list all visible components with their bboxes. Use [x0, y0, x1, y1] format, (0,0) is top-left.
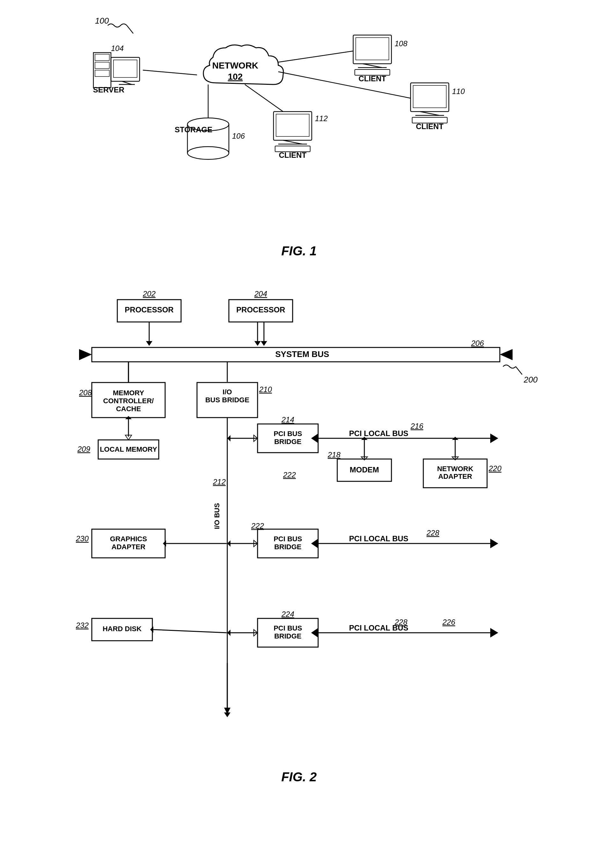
svg-marker-144 [150, 626, 153, 633]
svg-marker-92 [311, 433, 318, 443]
svg-marker-117 [490, 539, 498, 548]
svg-text:232: 232 [76, 621, 89, 630]
svg-marker-60 [79, 349, 92, 360]
svg-text:112: 112 [315, 114, 328, 123]
svg-text:202: 202 [142, 290, 155, 298]
svg-text:224: 224 [281, 610, 294, 619]
svg-marker-54 [146, 341, 152, 346]
fig1-title: FIG. 1 [76, 244, 522, 258]
svg-text:222: 222 [283, 471, 296, 479]
svg-text:PCI LOCAL BUS: PCI LOCAL BUS [349, 429, 408, 438]
svg-text:I/O BUS: I/O BUS [213, 503, 221, 529]
svg-rect-4 [95, 54, 109, 61]
svg-text:MODEM: MODEM [350, 465, 379, 474]
fig1-diagram: 100 NETWORK 102 104 [76, 13, 522, 261]
svg-marker-61 [500, 349, 513, 360]
svg-text:228: 228 [394, 618, 408, 626]
svg-text:BRIDGE: BRIDGE [274, 543, 302, 551]
svg-text:MEMORY: MEMORY [113, 389, 144, 397]
svg-line-43 [278, 72, 411, 98]
svg-rect-27 [413, 85, 446, 108]
svg-line-45 [516, 367, 522, 375]
svg-text:200: 200 [523, 375, 538, 384]
svg-rect-6 [95, 70, 109, 76]
svg-text:204: 204 [254, 290, 267, 298]
svg-line-44 [245, 84, 283, 112]
svg-text:218: 218 [327, 450, 341, 459]
svg-text:NETWORK: NETWORK [437, 465, 473, 473]
svg-line-40 [143, 70, 197, 75]
svg-rect-33 [274, 112, 312, 140]
svg-text:PCI LOCAL BUS: PCI LOCAL BUS [349, 534, 408, 543]
svg-text:102: 102 [228, 72, 243, 82]
svg-text:220: 220 [488, 464, 502, 473]
svg-rect-23 [355, 69, 390, 75]
svg-rect-5 [95, 62, 109, 69]
svg-text:GRAPHICS: GRAPHICS [110, 535, 147, 543]
svg-text:PROCESSOR: PROCESSOR [236, 305, 285, 314]
svg-line-21 [363, 64, 382, 67]
svg-text:226: 226 [442, 618, 456, 626]
svg-text:CACHE: CACHE [116, 405, 141, 413]
svg-line-9 [122, 81, 132, 84]
svg-marker-126 [163, 540, 166, 547]
svg-text:NETWORK: NETWORK [212, 61, 259, 70]
svg-line-0 [127, 25, 133, 33]
svg-text:CONTROLLER/: CONTROLLER/ [103, 397, 154, 405]
svg-text:208: 208 [79, 388, 92, 397]
svg-text:BRIDGE: BRIDGE [274, 438, 302, 446]
svg-point-16 [187, 146, 229, 159]
svg-text:209: 209 [77, 445, 90, 453]
svg-line-42 [278, 51, 353, 62]
svg-text:108: 108 [395, 39, 408, 48]
svg-text:230: 230 [76, 534, 89, 543]
svg-text:PCI BUS: PCI BUS [274, 430, 302, 438]
svg-text:HARD DISK: HARD DISK [103, 625, 142, 633]
svg-text:I/O: I/O [223, 388, 232, 396]
svg-marker-136 [311, 628, 318, 638]
svg-rect-7 [111, 57, 140, 81]
svg-text:STORAGE: STORAGE [175, 125, 212, 134]
svg-text:216: 216 [410, 422, 424, 430]
svg-text:206: 206 [471, 339, 484, 347]
svg-text:CLIENT: CLIENT [416, 122, 444, 131]
ref-100: 100 [95, 16, 109, 26]
svg-text:228: 228 [426, 529, 440, 537]
page: 100 NETWORK 102 104 [0, 0, 598, 868]
svg-rect-19 [353, 35, 392, 64]
svg-marker-149 [224, 713, 230, 717]
svg-marker-135 [490, 628, 498, 638]
svg-text:214: 214 [281, 415, 294, 424]
svg-text:110: 110 [452, 87, 465, 96]
svg-text:212: 212 [212, 478, 226, 486]
fig2-title: FIG. 2 [60, 770, 538, 784]
svg-rect-8 [114, 60, 137, 78]
svg-text:210: 210 [259, 385, 272, 394]
svg-marker-91 [490, 433, 498, 443]
svg-rect-3 [93, 52, 111, 88]
svg-text:CLIENT: CLIENT [359, 74, 386, 83]
svg-line-143 [152, 630, 227, 633]
svg-text:CLIENT: CLIENT [279, 151, 306, 159]
svg-text:104: 104 [111, 44, 124, 52]
svg-text:PCI BUS: PCI BUS [274, 624, 302, 632]
svg-rect-37 [275, 146, 310, 152]
svg-marker-118 [311, 539, 318, 548]
svg-rect-34 [276, 114, 309, 136]
svg-marker-56 [254, 341, 261, 346]
svg-line-28 [420, 112, 439, 115]
svg-text:SERVER: SERVER [93, 85, 124, 94]
svg-point-13 [187, 118, 229, 131]
svg-text:SYSTEM BUS: SYSTEM BUS [275, 350, 329, 359]
svg-text:ADAPTER: ADAPTER [438, 472, 472, 480]
svg-marker-58 [261, 341, 267, 346]
svg-text:106: 106 [232, 131, 245, 140]
svg-rect-30 [412, 117, 447, 123]
svg-text:LOCAL MEMORY: LOCAL MEMORY [100, 445, 157, 453]
fig2-diagram: 200 PROCESSOR 202 PROCESSOR 204 [60, 281, 538, 790]
svg-rect-26 [411, 83, 449, 112]
svg-text:PCI BUS: PCI BUS [274, 535, 302, 543]
svg-text:222: 222 [251, 521, 264, 530]
svg-text:ADAPTER: ADAPTER [112, 543, 145, 551]
svg-text:PROCESSOR: PROCESSOR [125, 305, 173, 314]
